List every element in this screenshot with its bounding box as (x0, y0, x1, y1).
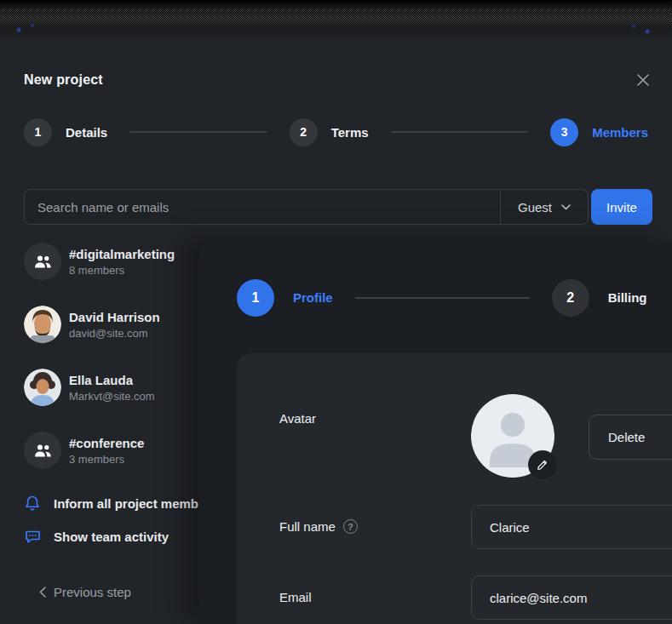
step-label: Terms (331, 125, 369, 140)
close-icon (635, 72, 651, 88)
new-project-modal: New project 1 Details 2 Terms 3 Members … (0, 39, 672, 624)
profile-stepper: 1 Profile 2 Billing (237, 278, 672, 317)
stepper-connector (355, 297, 530, 299)
step-number-badge-active: 1 (237, 279, 274, 317)
list-item-david-harrison[interactable]: David Harrison david@site.com (24, 306, 228, 343)
avatar-field-label: Avatar (279, 411, 316, 426)
member-text: Ella Lauda Markvt@site.com (69, 373, 155, 403)
email-field[interactable] (471, 575, 672, 620)
invite-bar: Guest Invite (24, 189, 652, 225)
stepper-step-terms[interactable]: 2 Terms (290, 118, 369, 146)
step-number-badge: 2 (552, 279, 589, 317)
close-button[interactable] (633, 70, 653, 90)
help-icon[interactable]: ? (343, 519, 358, 534)
full-name-field-label: Full name ? (279, 519, 358, 534)
tab-profile[interactable]: Profile (293, 290, 333, 305)
member-title: #digitalmarketing (69, 247, 175, 261)
member-subtitle: Markvt@site.com (69, 390, 155, 403)
stepper-connector (391, 131, 529, 133)
member-subtitle: 3 members (69, 453, 144, 466)
member-profile-panel: 1 Profile 2 Billing Avatar (198, 241, 672, 624)
member-subtitle: david@site.com (69, 327, 160, 340)
project-stepper: 1 Details 2 Terms 3 Members (24, 117, 648, 146)
search-input[interactable] (25, 190, 500, 224)
members-group-icon (24, 432, 61, 469)
step-label: Details (66, 125, 107, 140)
list-item-ella-lauda[interactable]: Ella Lauda Markvt@site.com (24, 369, 228, 406)
chat-icon (24, 530, 41, 544)
stepper-connector (129, 131, 267, 133)
member-text: David Harrison david@site.com (69, 310, 160, 340)
member-text: #conference 3 members (69, 436, 144, 466)
email-field-label: Email (279, 590, 312, 604)
member-title: Ella Lauda (69, 373, 155, 387)
step-number-badge-active: 3 (550, 118, 578, 146)
list-item-conference[interactable]: #conference 3 members (24, 432, 228, 469)
delete-avatar-button[interactable]: Delete (589, 415, 672, 460)
chevron-left-icon (39, 587, 46, 598)
chevron-down-icon (561, 204, 571, 210)
profile-form-card: Avatar (237, 353, 672, 624)
step-number-badge: 2 (290, 118, 318, 146)
full-name-field[interactable] (471, 505, 672, 549)
action-label: Inform all project members (54, 496, 218, 511)
list-item-digitalmarketing[interactable]: #digitalmarketing 8 members (24, 243, 228, 280)
previous-step-label: Previous step (54, 585, 131, 599)
step-number-badge: 1 (24, 118, 52, 146)
avatar-uploader (471, 394, 554, 478)
step-label-active: Members (592, 125, 648, 140)
stepper-step-details[interactable]: 1 Details (24, 118, 107, 146)
search-combo: Guest (24, 189, 589, 225)
modal-header: New project (24, 70, 653, 90)
stepper-step-members[interactable]: 3 Members (550, 118, 648, 146)
members-group-icon (24, 243, 61, 280)
members-content: #digitalmarketing 8 members (0, 241, 672, 624)
member-title: #conference (69, 436, 144, 450)
pencil-edit-icon (537, 459, 549, 471)
invite-button[interactable]: Invite (591, 189, 652, 225)
member-title: David Harrison (69, 310, 160, 324)
torn-edge-decoration (0, 0, 672, 39)
previous-step-button[interactable]: Previous step (39, 585, 158, 599)
avatar (24, 369, 61, 406)
tab-billing[interactable]: Billing (608, 290, 647, 305)
edit-avatar-button[interactable] (528, 450, 557, 479)
member-subtitle: 8 members (69, 264, 175, 277)
full-name-label-text: Full name (279, 519, 336, 534)
role-select-value: Guest (518, 200, 552, 215)
role-select[interactable]: Guest (501, 190, 588, 224)
action-label: Show team activity (54, 530, 169, 544)
avatar (24, 306, 61, 343)
bell-icon (24, 495, 41, 512)
member-text: #digitalmarketing 8 members (69, 247, 175, 277)
page-title: New project (24, 72, 103, 88)
